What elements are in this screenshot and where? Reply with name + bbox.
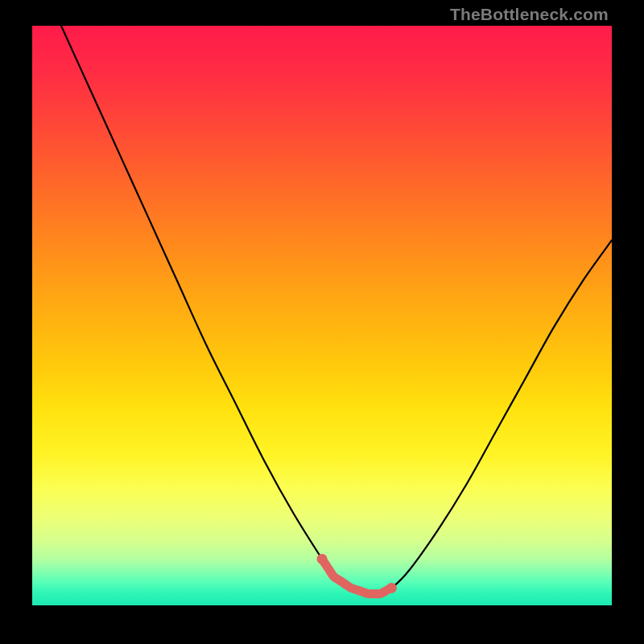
- chart-frame: TheBottleneck.com: [0, 0, 644, 644]
- curve-svg: [32, 26, 612, 605]
- optimal-range-highlight: [322, 559, 391, 593]
- watermark-text: TheBottleneck.com: [450, 5, 609, 24]
- bottleneck-curve: [61, 26, 612, 595]
- plot-area: [32, 26, 612, 605]
- highlight-end-dot: [386, 583, 397, 593]
- highlight-start-dot: [317, 554, 328, 564]
